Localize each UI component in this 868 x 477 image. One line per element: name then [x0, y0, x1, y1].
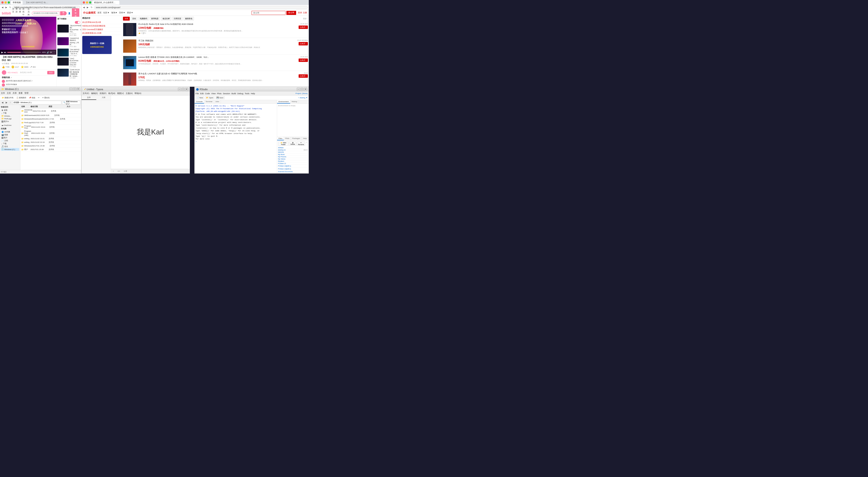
shop-nav-more[interactable]: 更多▼	[127, 11, 133, 14]
video-settings-button[interactable]: ⚙	[50, 51, 52, 54]
rstudio-maximize-button[interactable]: □	[301, 88, 304, 91]
rstudio-file-row-pcmark3[interactable]: PCMark 10(副本2)	[278, 168, 308, 170]
rstudio-help-tab[interactable]: Help	[302, 137, 308, 140]
col-size-header[interactable]: 大小	[67, 105, 80, 108]
nav-item-kdxba[interactable]: 📁KDxba...	[1, 115, 19, 117]
shopping-search-input[interactable]	[252, 11, 285, 15]
typora-close-button[interactable]: ✕	[185, 88, 188, 91]
bili-avatar-icon[interactable]: 👤	[68, 12, 70, 14]
explorer-menu-share[interactable]: 共享	[13, 92, 17, 95]
rstudio-file-row-mason[interactable]: MASON	[278, 151, 308, 153]
explorer-new-folder-button[interactable]: 📁 新建文件夹	[1, 96, 14, 99]
explorer-close-button[interactable]: ✕	[76, 88, 80, 91]
filter-food-button[interactable]: 食品生鲜	[161, 17, 171, 21]
rstudio-file-row-desktop[interactable]: desktop.ini 402 B	[278, 149, 308, 151]
filter-digital-button[interactable]: 电脑数码	[138, 17, 149, 21]
file-row-users[interactable]: 📁用户 2021/7/21 15:39 文件夹	[20, 148, 81, 151]
file-row-kdxba[interactable]: 📁KDxbaSoftDownloads 2021/9/1 17:03 文件夹	[20, 117, 81, 121]
deal-buy-button-4[interactable]: 去购买 ›	[299, 74, 308, 78]
shopping-sidebar-item-3[interactable]: 京东 Columbia官方旗舰店	[82, 28, 121, 31]
shopping-login-button[interactable]: 登录	[298, 11, 302, 14]
shop-chrome-min[interactable]	[86, 1, 88, 4]
shopping-search-button[interactable]: 搜全网	[286, 11, 296, 15]
typora-menu-view[interactable]: 视图(V)	[117, 92, 124, 95]
typora-menu-help[interactable]: 帮助(H)	[134, 92, 142, 95]
nav-item-pictures-2[interactable]: 🖼图片	[1, 136, 19, 139]
typora-tab-files[interactable]: 文件	[82, 96, 96, 100]
rstudio-delete-button[interactable]: 🗑 Delete	[289, 141, 296, 146]
filter-activity-button[interactable]: 活动	[131, 17, 137, 21]
rstudio-env-tab[interactable]: Environment	[277, 100, 290, 103]
rstudio-menu-debug[interactable]: Debug	[237, 92, 243, 95]
file-row-perflogs[interactable]: 📁PerfLogs 2021/7/22 7:20 文件夹	[20, 121, 81, 125]
rstudio-menu-code[interactable]: Code	[205, 92, 210, 95]
rstudio-terminal-tab[interactable]: Terminal	[204, 100, 214, 103]
bilibili-tab-1[interactable]: 弹幕视频	[11, 1, 23, 4]
shop-nav-home[interactable]: 首页	[97, 11, 101, 14]
video-shares[interactable]: ↗ 663	[30, 66, 35, 68]
explorer-menu-view[interactable]: 查看	[19, 92, 23, 95]
video-coins[interactable]: 🪙 1117	[11, 66, 19, 68]
file-row-programfiles-x86[interactable]: 📁Program Files (x86) 2021/11/22 23:12 文件…	[20, 130, 81, 137]
file-row-programfiles[interactable]: 📁Program Files 2021/11/22 23:24 文件夹	[20, 125, 81, 130]
rstudio-packages-tab[interactable]: Packages	[291, 137, 302, 140]
typora-menu-edit[interactable]: 编辑(E)	[91, 92, 98, 95]
bilibili-search-input[interactable]	[32, 11, 59, 15]
shopping-tab[interactable]: 精选好价_什么值得买｜特价电...	[92, 1, 119, 4]
rstudio-console-tab[interactable]: Console	[195, 100, 204, 103]
rstudio-file-row-pictures[interactable]: My Pictures	[278, 156, 308, 158]
shop-nav-haitao[interactable]: 海淘▼	[111, 11, 117, 14]
nav-item-docs[interactable]: 📄文档	[1, 139, 19, 142]
rstudio-more-icon[interactable]: ⋯	[306, 141, 308, 146]
filter-all-button[interactable]: 全部	[123, 17, 130, 21]
video-play-button[interactable]: ▶	[1, 51, 3, 54]
rstudio-menu-view[interactable]: View	[211, 92, 216, 95]
rstudio-minimize-button[interactable]: ─	[297, 88, 300, 91]
explorer-forward-button[interactable]: ▶	[5, 101, 8, 104]
nav-item-pictures[interactable]: 🖼图片H	[1, 120, 19, 123]
nav-item-music[interactable]: 🎵音乐	[1, 145, 19, 148]
explorer-up-button[interactable]: ↑	[9, 101, 11, 104]
rstudio-history-tab[interactable]: History	[290, 100, 299, 103]
typora-minimize-button[interactable]: ─	[178, 88, 181, 91]
rstudio-save-button[interactable]: 💾 Save	[215, 96, 224, 99]
rec-item-3[interactable]: 【4K 60FPS】BLACKPINK《AS IF IT... 64.5万 播放	[57, 49, 80, 57]
rstudio-close-button[interactable]: ✕	[304, 88, 307, 91]
file-row-writing-1[interactable]: 📁writing 2021/11/22 22:21 文件夹	[20, 137, 81, 140]
nav-refresh-button[interactable]: ↻	[8, 6, 12, 9]
shop-nav-back[interactable]: ◀	[82, 6, 86, 9]
video-stars[interactable]: ⭐ 8889	[21, 66, 29, 68]
shopping-url-bar[interactable]: www.smzdm.com/jingxuan/	[94, 6, 308, 9]
shopping-sidebar-item-2[interactable]: 58剁虫180元你还是清脆还值	[82, 24, 121, 28]
file-row-windows[interactable]: 📁Windows 2021/7/21 15:39 文件夹	[20, 144, 81, 148]
rstudio-file-row-music[interactable]: My Music	[278, 153, 308, 156]
comment-sort[interactable]: ≡	[11, 76, 12, 78]
rstudio-menu-session[interactable]: Session	[223, 92, 230, 95]
nav-item-downloads[interactable]: ↓下载	[1, 112, 19, 115]
col-type-header[interactable]: 类型	[49, 105, 67, 108]
shopping-register-button[interactable]: 注册	[303, 11, 307, 14]
typora-menu-theme[interactable]: 主题(H)	[126, 92, 133, 95]
typora-menu-format[interactable]: 格式(M)	[108, 92, 116, 95]
explorer-copy-path-button[interactable]: 📋 复制路径	[16, 96, 27, 99]
nav-item-video[interactable]: 📹视频	[1, 133, 19, 136]
typora-menu-paragraph[interactable]: 段落(P)	[100, 92, 106, 95]
shop-nav-baike[interactable]: 百科▼	[119, 11, 125, 14]
rstudio-file-row-pcmark2[interactable]: PCMark 10(副本1)	[278, 165, 308, 168]
rstudio-file-row-videos[interactable]: My Videos	[278, 158, 308, 160]
rstudio-file-row-pcmark[interactable]: PCMark 10	[278, 162, 308, 165]
chrome-minimize-dot[interactable]	[4, 1, 7, 4]
shop-nav-forward[interactable]: ▶	[86, 6, 89, 9]
rstudio-file-row-resilient[interactable]: Resilient	[278, 160, 308, 162]
rstudio-console[interactable]: R version 4.1.2 (2021-11-01) -- "Bird Hi…	[195, 104, 277, 173]
nav-item-onedrive[interactable]: ☁OneDrive	[1, 124, 19, 127]
file-row-writing-2[interactable]: 📁writing 2021/11/22 22:19 文件夹	[20, 140, 81, 144]
rstudio-open-button[interactable]: 📂 Open	[205, 96, 215, 99]
rstudio-file-row-1[interactable]: 3DMark	[278, 147, 308, 149]
rstudio-plots-tab[interactable]: Plots	[284, 137, 291, 140]
file-row-hidden[interactable]: 📁HIDDEN$-SSC 2021/7/21 15:26 文件夹	[20, 108, 81, 114]
explorer-rename-button[interactable]: ✏ 重命名	[41, 96, 51, 99]
nav-item-perflogs[interactable]: 📁PerfLogs	[1, 117, 19, 120]
typora-tab-outline[interactable]: 大纲	[96, 96, 111, 100]
nav-forward-button[interactable]: ▶	[5, 6, 8, 9]
